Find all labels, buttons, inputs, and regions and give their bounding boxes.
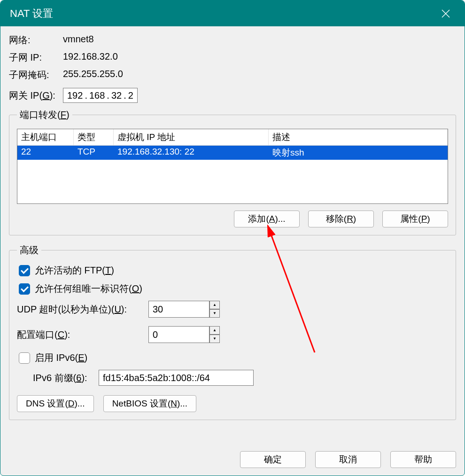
- subnet-ip-value: 192.168.32.0: [63, 51, 456, 64]
- cfg-up-arrow[interactable]: ▲: [209, 326, 220, 335]
- window-title: NAT 设置: [10, 7, 53, 21]
- table-row[interactable]: 22 TCP 192.168.32.130: 22 映射ssh: [17, 146, 448, 160]
- content-area: 网络: vmnet8 子网 IP: 192.168.32.0 子网掩码: 255…: [0, 26, 465, 476]
- properties-button[interactable]: 属性(P): [382, 211, 448, 227]
- udp-timeout-row: UDP 超时(以秒为单位)(U): ▲ ▼: [17, 301, 448, 318]
- advanced-buttons: DNS 设置(D)... NetBIOS 设置(N)...: [17, 395, 448, 412]
- cfg-down-arrow[interactable]: ▼: [209, 335, 220, 343]
- port-forward-table[interactable]: 主机端口 类型 虚拟机 IP 地址 描述 22 TCP 192.168.32.1…: [17, 129, 448, 204]
- col-type[interactable]: 类型: [74, 129, 114, 145]
- nat-settings-window: NAT 设置 网络: vmnet8 子网 IP: 192.168.32.0 子网…: [0, 0, 465, 476]
- oui-label: 允许任何组唯一标识符(O): [35, 282, 142, 295]
- ipv6-prefix-label: IPv6 前缀(6):: [33, 372, 99, 384]
- ipv6-enable-row: 启用 IPv6(E): [19, 351, 448, 364]
- ipv6-prefix-input[interactable]: [99, 370, 254, 386]
- config-port-input[interactable]: [148, 326, 209, 343]
- cancel-button[interactable]: 取消: [315, 451, 381, 468]
- udp-down-arrow[interactable]: ▼: [209, 309, 220, 318]
- port-forward-group: 端口转发(F) 主机端口 类型 虚拟机 IP 地址 描述 22 TCP 192.…: [9, 109, 456, 235]
- ipv6-prefix-row: IPv6 前缀(6):: [33, 370, 448, 386]
- dialog-buttons: 确定 取消 帮助: [9, 446, 456, 468]
- network-label: 网络:: [9, 34, 63, 47]
- port-forward-buttons: 添加(A)... 移除(R) 属性(P): [17, 211, 448, 227]
- network-value: vmnet8: [63, 34, 456, 47]
- udp-up-arrow[interactable]: ▲: [209, 301, 220, 309]
- config-port-spinner: ▲ ▼: [148, 326, 220, 343]
- col-desc[interactable]: 描述: [269, 129, 448, 145]
- subnet-mask-value: 255.255.255.0: [63, 69, 456, 81]
- add-button[interactable]: 添加(A)...: [234, 211, 300, 227]
- udp-timeout-input[interactable]: [148, 301, 209, 318]
- cell-host-port: 22: [17, 146, 74, 160]
- ftp-label: 允许活动的 FTP(T): [35, 264, 114, 277]
- title-bar: NAT 设置: [0, 0, 465, 26]
- cell-vm-ip: 192.168.32.130: 22: [114, 146, 269, 160]
- cell-type: TCP: [74, 146, 114, 160]
- ftp-checkbox[interactable]: [19, 265, 30, 276]
- ipv6-enable-checkbox[interactable]: [19, 352, 30, 364]
- subnet-mask-label: 子网掩码:: [9, 69, 63, 81]
- gateway-row: 网关 IP(G): 192.168.32.2: [9, 88, 456, 103]
- ok-button[interactable]: 确定: [240, 451, 306, 468]
- advanced-group: 高级 允许活动的 FTP(T) 允许任何组唯一标识符(O) UDP 超时(以秒为…: [9, 244, 456, 420]
- oui-checkbox[interactable]: [19, 283, 30, 295]
- port-forward-legend: 端口转发(F): [17, 109, 72, 121]
- help-button[interactable]: 帮助: [390, 451, 456, 468]
- col-vm-ip[interactable]: 虚拟机 IP 地址: [114, 129, 269, 145]
- remove-button[interactable]: 移除(R): [308, 211, 374, 227]
- config-port-label: 配置端口(C):: [17, 328, 148, 341]
- gateway-label: 网关 IP(G):: [9, 89, 63, 102]
- ftp-check-row: 允许活动的 FTP(T): [19, 264, 448, 277]
- network-info: 网络: vmnet8 子网 IP: 192.168.32.0 子网掩码: 255…: [9, 34, 456, 81]
- udp-timeout-spinner: ▲ ▼: [148, 301, 220, 318]
- oui-check-row: 允许任何组唯一标识符(O): [19, 282, 448, 295]
- table-header: 主机端口 类型 虚拟机 IP 地址 描述: [17, 129, 448, 146]
- subnet-ip-label: 子网 IP:: [9, 51, 63, 64]
- col-host-port[interactable]: 主机端口: [17, 129, 74, 145]
- close-icon: [441, 9, 450, 18]
- udp-timeout-label: UDP 超时(以秒为单位)(U):: [17, 303, 148, 316]
- close-button[interactable]: [436, 4, 455, 23]
- advanced-legend: 高级: [17, 244, 41, 257]
- dns-settings-button[interactable]: DNS 设置(D)...: [17, 395, 94, 412]
- gateway-ip-input[interactable]: 192.168.32.2: [63, 88, 138, 103]
- config-port-row: 配置端口(C): ▲ ▼: [17, 326, 448, 343]
- cell-desc: 映射ssh: [269, 146, 448, 160]
- ipv6-enable-label: 启用 IPv6(E): [35, 351, 87, 364]
- netbios-settings-button[interactable]: NetBIOS 设置(N)...: [103, 395, 196, 412]
